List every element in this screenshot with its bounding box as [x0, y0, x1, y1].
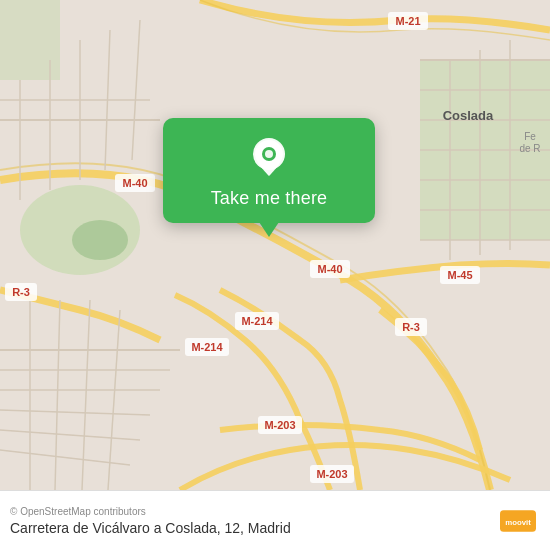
- svg-point-4: [72, 220, 128, 260]
- svg-text:M-214: M-214: [191, 341, 223, 353]
- svg-text:M-21: M-21: [395, 15, 420, 27]
- svg-text:M-40: M-40: [317, 263, 342, 275]
- map-container: M-40 M-40 M-21 M-214 M-214 M-45 R-3 R-3 …: [0, 0, 550, 490]
- svg-text:M-40: M-40: [122, 177, 147, 189]
- svg-text:R-3: R-3: [12, 286, 30, 298]
- svg-text:M-45: M-45: [447, 269, 472, 281]
- map-background: M-40 M-40 M-21 M-214 M-214 M-45 R-3 R-3 …: [0, 0, 550, 490]
- location-pin-icon: [247, 136, 291, 180]
- svg-text:M-214: M-214: [241, 315, 273, 327]
- moovit-logo: moovit: [500, 503, 536, 539]
- bottom-bar: © OpenStreetMap contributors Carretera d…: [0, 490, 550, 550]
- svg-point-57: [265, 150, 273, 158]
- svg-text:Fe: Fe: [524, 131, 536, 142]
- svg-text:Coslada: Coslada: [443, 108, 494, 123]
- take-me-there-button[interactable]: Take me there: [211, 188, 328, 209]
- svg-text:de R: de R: [519, 143, 540, 154]
- address-text: Carretera de Vicálvaro a Coslada, 12, Ma…: [10, 520, 500, 536]
- svg-text:moovit: moovit: [505, 517, 531, 526]
- svg-text:M-203: M-203: [316, 468, 347, 480]
- popup-card: Take me there: [163, 118, 375, 223]
- svg-text:M-203: M-203: [264, 419, 295, 431]
- copyright-text: © OpenStreetMap contributors: [10, 506, 500, 517]
- address-area: © OpenStreetMap contributors Carretera d…: [10, 506, 500, 536]
- moovit-logo-icon: moovit: [500, 503, 536, 539]
- svg-rect-3: [0, 0, 60, 80]
- svg-text:R-3: R-3: [402, 321, 420, 333]
